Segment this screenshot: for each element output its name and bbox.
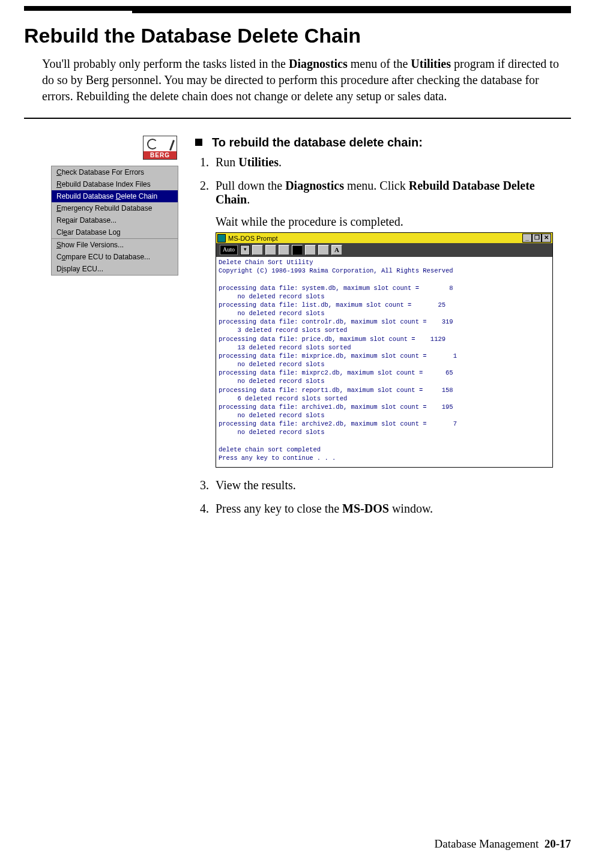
step-4-bold: MS-DOS [342,502,389,515]
step-2: Pull down the Diagnostics menu. Click Re… [212,179,571,468]
menu-item-show-file-versions[interactable]: Show File Versions... [52,239,178,251]
maximize-button[interactable]: ❐ [532,234,542,243]
step-2-subtext: Wait while the procedure is completed. [216,215,571,229]
step-3: View the results. [212,478,571,492]
close-button[interactable]: ✕ [542,234,551,243]
top-rule [24,6,571,11]
menu-item-check-db-errors[interactable]: Check Database For Errors [52,166,178,178]
toolbar-font-button[interactable]: A [331,245,342,255]
mid-rule [132,11,571,13]
square-bullet-icon [195,139,202,146]
msdos-titlebar: MS-DOS Prompt _ ❐ ✕ [216,233,552,243]
toolbar-button[interactable] [318,245,329,255]
msdos-toolbar: Auto ▾ A [216,243,552,257]
intro-paragraph: You'll probably only perform the tasks l… [42,56,571,104]
minimize-button[interactable]: _ [522,234,532,243]
intro-bold-utilities: Utilities [411,57,451,70]
msdos-window: MS-DOS Prompt _ ❐ ✕ Auto ▾ [216,232,553,468]
menu-item-display-ecu[interactable]: Display ECU... [52,263,178,275]
intro-bold-diagnostics: Diagnostics [289,57,348,70]
berg-logo-text: BERG [143,151,177,159]
msdos-output: Delete Chain Sort Utility Copyright (C) … [216,257,552,467]
toolbar-button[interactable] [279,245,289,255]
step-1-bold: Utilities [238,155,279,169]
chevron-down-icon[interactable]: ▾ [240,245,250,255]
step-1: Run Utilities. [212,155,571,169]
page-footer: Database Management 20-17 [24,837,571,851]
msdos-title-text: MS-DOS Prompt [228,235,278,242]
menu-item-rebuild-index[interactable]: Rebuild Database Index Files [52,178,178,190]
msdos-icon [217,234,226,243]
menu-item-rebuild-delete-chain[interactable]: Rebuild Database Delete Chain [52,190,178,202]
toolbar-button[interactable] [305,245,316,255]
menu-item-repair-database[interactable]: Repair Database... [52,214,178,226]
footer-page-number: 20-17 [545,837,571,850]
step-4: Press any key to close the MS-DOS window… [212,502,571,516]
footer-section: Database Management [435,837,539,850]
task-heading: To rebuild the database delete chain: [212,136,423,149]
menu-item-emergency-rebuild[interactable]: Emergency Rebuild Database [52,202,178,214]
toolbar-button[interactable] [265,245,276,255]
toolbar-button[interactable] [252,245,263,255]
berg-logo: BERG [143,136,177,160]
intro-text: menu of the [348,57,411,70]
font-size-select[interactable]: Auto [220,245,238,255]
menu-item-clear-db-log[interactable]: Clear Database Log [52,226,178,238]
diagnostics-menu: Check Database For Errors Rebuild Databa… [51,166,178,276]
page-title: Rebuild the Database Delete Chain [24,24,571,47]
toolbar-button[interactable] [292,245,303,255]
step-2-bold-1: Diagnostics [285,179,344,192]
divider [24,118,571,119]
menu-item-compare-ecu[interactable]: Compare ECU to Database... [52,251,178,263]
intro-text: You'll probably only perform the tasks l… [42,57,289,70]
